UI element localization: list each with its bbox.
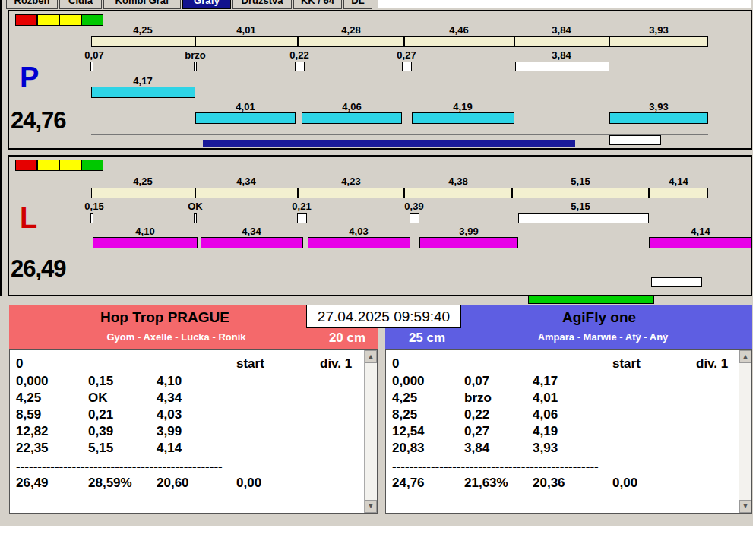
marker-label: OK [188, 201, 203, 212]
marker-tick [90, 213, 93, 223]
marker-wide-box [518, 213, 649, 223]
lap-bar-cyan [302, 112, 402, 124]
right-team-results[interactable]: 0 start div. 1 0,000 0,07 4,17 4,25 brzo… [385, 349, 752, 514]
cell: 4,10 [157, 374, 182, 389]
segment-bar [609, 36, 708, 47]
lap-label: 4,17 [133, 75, 152, 87]
segment-bar [512, 188, 649, 198]
table-row: 0,000 0,07 4,17 [386, 374, 738, 391]
tab-cidla[interactable]: Cidla [59, 0, 102, 9]
cell: 0,00 [612, 476, 637, 491]
panel-p-graph: P 24,76 4,25 4,01 4,28 4,46 3,84 3,93 0,… [8, 10, 752, 150]
lap-bar-cyan [91, 87, 195, 98]
tab-druzstva[interactable]: Družstva [232, 0, 292, 9]
segment-label: 3,93 [649, 24, 668, 36]
lap-label: 4,06 [342, 101, 361, 112]
marker-tick [194, 213, 197, 223]
summary-row: 26,49 28,59% 20,60 0,00 [10, 476, 363, 492]
panel-l-graph: L 26,49 4,25 4,34 4,23 4,38 5,15 4,14 0,… [8, 155, 752, 296]
table-row: 4,25 OK 4,34 [10, 391, 363, 407]
lap-label: 3,93 [649, 101, 668, 112]
segment-label: 4,28 [341, 24, 360, 36]
segment-label: 4,01 [236, 24, 255, 36]
right-team-category: 25 cm [393, 331, 461, 346]
bottom-white-box [651, 277, 702, 287]
scroll-up-icon[interactable]: ▲ [365, 350, 377, 363]
lap-label: 4,10 [135, 226, 154, 237]
tab-dl[interactable]: DL [343, 0, 372, 9]
scrollbar[interactable]: ▲ ▼ [739, 350, 751, 513]
cell: 4,34 [157, 391, 182, 406]
tab-rozbeh[interactable]: Rozbeh [6, 0, 58, 9]
segment-label: 4,34 [236, 176, 255, 187]
lap-label: 4,03 [349, 226, 368, 237]
lap-bar-magenta [419, 237, 518, 248]
cell: 0 [16, 356, 23, 372]
marker-label: brzo [185, 49, 205, 61]
table-row: 8,59 0,21 4,03 [10, 407, 363, 424]
lap-bar-cyan [609, 112, 708, 124]
marker-label: 0,27 [397, 49, 416, 61]
table-row: 8,25 0,22 4,06 [386, 407, 738, 424]
total-time-l: 26,49 [11, 255, 66, 283]
lap-label: 4,19 [453, 101, 472, 112]
segment-bar [404, 188, 512, 198]
marker-label: 0,15 [84, 201, 103, 212]
marker-box [295, 62, 305, 71]
status-light-green [81, 160, 103, 171]
lap-bar-cyan [195, 112, 296, 124]
scroll-down-icon[interactable]: ▼ [365, 500, 377, 513]
marker-label: 5,15 [571, 201, 590, 212]
segment-label: 4,14 [669, 176, 688, 187]
lap-bar-magenta [93, 237, 198, 248]
left-team-results[interactable]: 0 start div. 1 0,000 0,15 4,10 4,25 OK 4… [9, 349, 378, 514]
datetime-display: 27.04.2025 09:59:40 [306, 305, 461, 328]
marker-label: 0,21 [292, 201, 311, 212]
table-separator: ----------------------------------------… [16, 459, 236, 474]
segment-bar [404, 36, 514, 47]
cell: 0,15 [88, 374, 113, 389]
cell: 0,22 [464, 407, 489, 422]
progress-bar-navy [203, 140, 575, 147]
status-light-red [15, 160, 37, 171]
cell: 0,000 [392, 374, 425, 389]
top-white-strip [378, 0, 751, 8]
tab-kombi-graf[interactable]: Kombi Graf [103, 0, 181, 9]
scroll-down-icon[interactable]: ▼ [739, 500, 751, 513]
segment-label: 4,23 [341, 176, 360, 187]
cell: 3,93 [533, 441, 558, 456]
table-row: 20,83 3,84 3,93 [386, 441, 738, 457]
status-light-yellow-1 [37, 14, 59, 26]
left-team-members: Gyom - Axelle - Lucka - Roník [9, 331, 343, 343]
marker-box [402, 62, 412, 71]
left-team-name: Hop Trop PRAGUE [9, 309, 321, 326]
lap-label: 4,34 [242, 226, 261, 237]
segment-bar [91, 36, 195, 47]
lap-bar-cyan [412, 112, 514, 124]
tab-grafy[interactable]: Grafy [182, 0, 231, 9]
progress-bar-green [528, 295, 654, 304]
segment-bar [195, 36, 298, 47]
left-team-category: 20 cm [309, 331, 385, 346]
marker-label: 0,39 [404, 201, 423, 212]
table-row: 0 start div. 1 [386, 356, 738, 373]
segment-bar [298, 188, 404, 198]
table-row: 22,35 5,15 4,14 [10, 441, 363, 457]
tab-kk-64[interactable]: KK / 64 [293, 0, 342, 9]
cell: 8,59 [16, 407, 41, 422]
cell: 4,03 [157, 407, 182, 422]
cell: 4,17 [533, 374, 558, 389]
marker-tick [90, 62, 93, 71]
scrollbar[interactable]: ▲ ▼ [364, 350, 377, 513]
cell: 0,39 [88, 424, 113, 439]
cell: brzo [464, 391, 492, 406]
cell: 4,01 [533, 391, 558, 406]
scroll-up-icon[interactable]: ▲ [739, 350, 751, 363]
segment-bar [649, 188, 708, 198]
bottom-white-box [609, 135, 661, 145]
cell: 20,83 [392, 441, 425, 456]
status-light-yellow-2 [59, 14, 81, 26]
cell: 12,82 [16, 424, 49, 439]
cell: 3,99 [157, 424, 182, 439]
lap-bar-magenta [649, 237, 752, 248]
